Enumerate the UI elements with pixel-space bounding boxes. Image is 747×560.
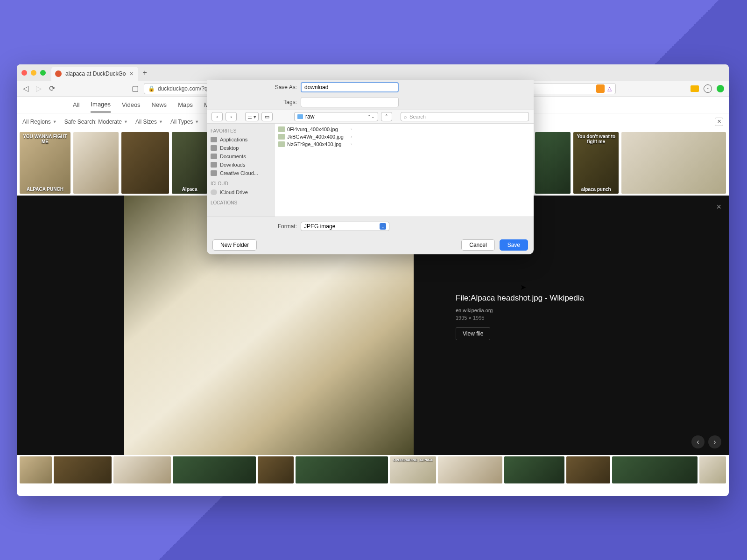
image-thumbnail[interactable] [258, 456, 294, 483]
close-window-button[interactable] [21, 70, 27, 76]
sidebar-item-documents[interactable]: Documents [211, 152, 270, 161]
bookmark-icon[interactable]: ▢ [131, 84, 139, 93]
profile-icon[interactable]: ◦ [704, 84, 712, 93]
brave-triangle-icon[interactable]: △ [607, 85, 612, 92]
image-thumbnail[interactable] [566, 456, 610, 483]
sidebar-item-creativecloud[interactable]: Creative Cloud... [211, 169, 270, 177]
nav-back-button[interactable]: ‹ [211, 112, 223, 121]
brave-shield-icon[interactable] [596, 84, 605, 93]
file-row[interactable]: JkBGw4Wr_400x400.jpg› [275, 133, 356, 140]
thumb-caption: OVERSHARING_ALPACA [392, 458, 434, 462]
search-icon: ⌕ [404, 114, 407, 119]
bottom-thumbnail-row: OVERSHARING_ALPACA [17, 455, 729, 485]
maximize-window-button[interactable] [40, 70, 46, 76]
file-row[interactable]: NzGTr9ge_400x400.jpg› [275, 140, 356, 148]
filter-region[interactable]: All Regions▼ [22, 119, 57, 125]
detail-next-button[interactable]: › [708, 435, 721, 448]
tags-label: Tags: [215, 99, 297, 105]
image-thumbnail[interactable] [173, 456, 256, 483]
image-thumbnail[interactable] [296, 456, 388, 483]
folder-dropdown[interactable]: raw ⌃⌄ [294, 112, 378, 121]
dialog-search-input[interactable]: ⌕ Search [401, 112, 529, 121]
image-thumbnail[interactable] [535, 132, 571, 194]
thumb-caption: You don't want to fight me [575, 134, 617, 144]
tab-bar: alapaca at DuckDuckGo × + [17, 64, 729, 81]
thumb-caption: YOU WANNA FIGHT ME [21, 134, 69, 144]
filter-sizes[interactable]: All Sizes▼ [135, 119, 163, 125]
image-thumbnail[interactable] [54, 456, 112, 483]
new-tab-button[interactable]: + [138, 69, 152, 77]
image-thumbnail[interactable]: YOU WANNA FIGHT ME ALPACA PUNCH [20, 132, 70, 194]
cancel-button[interactable]: Cancel [461, 239, 494, 251]
detail-source[interactable]: en.wikipedia.org [456, 308, 710, 313]
view-file-button[interactable]: View file [456, 327, 490, 340]
sidebar-icloud-label: iCloud [211, 181, 270, 186]
close-tab-icon[interactable]: × [129, 70, 133, 77]
view-mode-button[interactable]: ☰ ▾ [245, 112, 259, 121]
image-thumbnail[interactable] [504, 456, 564, 483]
image-thumbnail[interactable] [699, 456, 726, 483]
format-label: Format: [215, 223, 297, 230]
chevron-right-icon: › [351, 142, 352, 147]
dialog-toolbar: ‹ › ☰ ▾ ▭ raw ⌃⌄ ˄ ⌕ Search [207, 110, 534, 124]
thumb-caption: alpaca punch [575, 187, 617, 192]
folder-name: raw [305, 113, 314, 120]
filter-close-button[interactable]: ✕ [715, 118, 723, 126]
tab-images[interactable]: Images [91, 97, 111, 112]
dialog-footer: New Folder Cancel Save [207, 236, 534, 254]
new-folder-button[interactable]: New Folder [212, 239, 257, 251]
desktop-icon [211, 145, 217, 151]
sidebar-locations-label: Locations [211, 200, 270, 205]
save-as-label: Save As: [215, 84, 297, 91]
image-thumbnail[interactable] [73, 132, 119, 194]
extension-icon[interactable] [691, 85, 699, 92]
forward-button[interactable]: ▷ [35, 84, 43, 93]
window-traffic-lights [21, 70, 51, 76]
browser-tab[interactable]: alapaca at DuckDuckGo × [51, 67, 138, 81]
tab-title: alapaca at DuckDuckGo [65, 70, 126, 77]
tags-input[interactable] [301, 97, 399, 107]
sidebar-favorites-label: Favorites [211, 128, 270, 133]
folder-icon [297, 114, 303, 119]
image-thumbnail[interactable] [20, 456, 52, 483]
save-button[interactable]: Save [500, 239, 528, 251]
image-thumbnail[interactable] [612, 456, 698, 483]
image-thumbnail[interactable] [621, 132, 726, 194]
tab-maps[interactable]: Maps [178, 98, 193, 112]
image-thumbnail[interactable] [121, 132, 169, 194]
file-row[interactable]: 0Fl4vurq_400x400.jpg› [275, 126, 356, 133]
nav-forward-button[interactable]: › [226, 112, 237, 121]
detail-prev-button[interactable]: ‹ [691, 435, 705, 448]
sidebar-item-iclouddrive[interactable]: iCloud Drive [211, 188, 270, 196]
lock-icon: 🔒 [148, 85, 155, 92]
sidebar-item-desktop[interactable]: Desktop [211, 144, 270, 152]
sidebar-item-applications[interactable]: Applications [211, 135, 270, 144]
up-folder-button[interactable]: ˄ [381, 112, 392, 121]
tab-videos[interactable]: Videos [122, 98, 141, 112]
back-button[interactable]: ◁ [21, 84, 30, 93]
creativecloud-icon [211, 170, 217, 176]
chevron-right-icon: › [351, 127, 352, 132]
menu-icon[interactable] [717, 85, 724, 92]
image-thumbnail[interactable]: OVERSHARING_ALPACA [390, 456, 436, 483]
minimize-window-button[interactable] [31, 70, 36, 76]
group-button[interactable]: ▭ [261, 112, 273, 121]
downloads-icon [211, 162, 217, 168]
tab-news[interactable]: News [152, 98, 167, 112]
tab-all[interactable]: All [73, 98, 79, 112]
file-thumb-icon [278, 141, 285, 147]
image-thumbnail[interactable] [438, 456, 502, 483]
save-as-input[interactable] [301, 82, 399, 92]
reload-button[interactable]: ⟳ [48, 84, 56, 93]
image-thumbnail[interactable]: Alpaca [172, 132, 207, 194]
cloud-icon [211, 189, 217, 195]
detail-close-button[interactable]: × [716, 202, 721, 212]
browser-window: alapaca at DuckDuckGo × + ◁ ▷ ⟳ ▢ 🔒 duck… [17, 64, 729, 496]
detail-dimensions: 1995 × 1995 [456, 315, 710, 321]
format-select[interactable]: JPEG image ⌄ [301, 222, 389, 231]
filter-types[interactable]: All Types▼ [170, 119, 199, 125]
sidebar-item-downloads[interactable]: Downloads [211, 161, 270, 169]
image-thumbnail[interactable]: You don't want to fight me alpaca punch [573, 132, 619, 194]
image-thumbnail[interactable] [113, 456, 171, 483]
filter-safesearch[interactable]: Safe Search: Moderate▼ [64, 119, 128, 125]
